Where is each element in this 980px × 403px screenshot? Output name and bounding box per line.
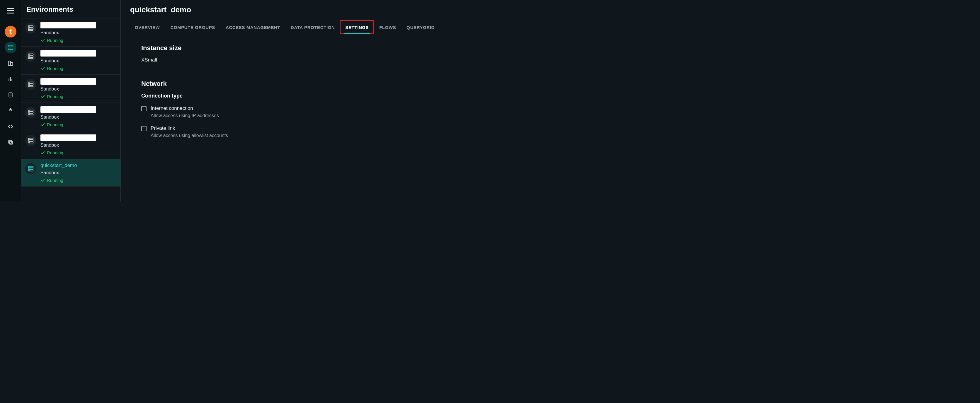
environment-item[interactable]: Sandbox Running: [21, 103, 121, 131]
menu-button[interactable]: [5, 5, 16, 16]
connection-checkbox[interactable]: [141, 106, 146, 111]
svg-rect-7: [10, 77, 11, 81]
environment-icon: [25, 163, 37, 174]
environment-item[interactable]: quickstart_demo Sandbox Running: [21, 159, 121, 187]
nav-copy[interactable]: [5, 136, 16, 148]
environment-item[interactable]: Sandbox Running: [21, 46, 121, 75]
environment-type: Sandbox: [40, 143, 96, 148]
connection-type-heading: Connection type: [141, 93, 490, 99]
brand-logo-letter: t: [10, 27, 12, 36]
svg-rect-44: [29, 140, 33, 141]
environment-meta: Sandbox Running: [40, 106, 96, 127]
svg-rect-18: [8, 140, 11, 143]
environment-name-redacted: [40, 50, 96, 57]
server-stack-icon: [27, 53, 34, 59]
nav-environments[interactable]: [5, 41, 16, 53]
environment-item[interactable]: Sandbox Running: [21, 75, 121, 103]
svg-rect-25: [29, 54, 33, 56]
nav-org[interactable]: [5, 57, 16, 69]
asterisk-icon: *: [9, 106, 12, 116]
environment-status-label: Running: [47, 122, 63, 127]
svg-point-46: [29, 138, 30, 139]
tab-overview[interactable]: OVERVIEW: [129, 20, 165, 34]
environments-list: Sandbox Running Sandbox Running Sandbox …: [21, 18, 121, 187]
svg-rect-8: [11, 79, 12, 81]
environment-status-label: Running: [47, 150, 63, 155]
svg-rect-27: [29, 58, 33, 59]
instance-size-value: XSmall: [141, 57, 490, 63]
environment-type: Sandbox: [40, 30, 96, 35]
environment-item[interactable]: Sandbox Running: [21, 131, 121, 159]
copy-icon: [8, 140, 13, 145]
brand-logo[interactable]: t: [5, 26, 16, 38]
environment-status: Running: [40, 66, 96, 71]
tab-compute-groups[interactable]: COMPUTE GROUPS: [165, 20, 220, 34]
svg-point-3: [9, 49, 10, 49]
hamburger-icon: [7, 8, 14, 13]
svg-rect-31: [29, 82, 33, 84]
environment-icon: [25, 135, 37, 146]
nav-analytics[interactable]: [5, 73, 16, 85]
environment-status: Running: [40, 94, 96, 99]
instance-size-heading: Instance size: [141, 44, 490, 52]
environment-status-label: Running: [47, 66, 63, 71]
icon-rail: t *: [0, 0, 21, 202]
svg-rect-37: [29, 110, 33, 112]
environment-name-redacted: [40, 135, 96, 141]
server-stack-icon: [27, 137, 34, 144]
svg-point-23: [29, 28, 30, 29]
nav-code[interactable]: [5, 121, 16, 132]
connection-texts: Private link Allow access using allowlis…: [151, 125, 228, 138]
environment-icon: [25, 107, 37, 118]
svg-point-52: [29, 167, 30, 167]
environment-status-label: Running: [47, 178, 63, 183]
tab-data-protection[interactable]: DATA PROTECTION: [285, 20, 340, 34]
environment-meta: Sandbox Running: [40, 22, 96, 43]
svg-rect-32: [29, 84, 33, 85]
svg-rect-45: [29, 142, 33, 143]
environments-panel: Environments Sandbox Running Sandbox Run…: [21, 0, 121, 202]
tab-flows[interactable]: FLOWS: [374, 20, 401, 34]
calculator-icon: [8, 92, 13, 98]
svg-rect-26: [29, 56, 33, 57]
bar-chart-icon: [8, 76, 13, 82]
tab-querygrid[interactable]: QUERYGRID: [401, 20, 440, 34]
environment-type: Sandbox: [40, 114, 96, 120]
environment-type: Sandbox: [40, 170, 77, 175]
svg-rect-20: [29, 27, 33, 29]
tab-access-management[interactable]: ACCESS MANAGEMENT: [220, 20, 285, 34]
svg-rect-39: [29, 114, 33, 115]
svg-point-30: [29, 58, 30, 59]
environment-name-redacted: [40, 78, 96, 85]
network-heading: Network: [141, 80, 490, 87]
svg-point-16: [11, 96, 12, 96]
nav-star[interactable]: *: [5, 105, 16, 117]
environment-title: quickstart_demo: [121, 0, 490, 20]
environment-status: Running: [40, 150, 96, 155]
environment-item[interactable]: Sandbox Running: [21, 18, 121, 46]
connection-description: Allow access using allowlist accounts: [151, 133, 228, 138]
svg-point-28: [29, 54, 30, 55]
environment-status: Running: [40, 122, 96, 127]
connection-option: Private link Allow access using allowlis…: [141, 125, 490, 138]
check-icon: [40, 38, 45, 43]
check-icon: [40, 66, 45, 71]
svg-rect-51: [29, 170, 33, 171]
connection-checkbox[interactable]: [141, 126, 146, 131]
tab-settings[interactable]: SETTINGS: [340, 20, 374, 34]
nav-calculator[interactable]: [5, 89, 16, 101]
svg-point-41: [29, 113, 30, 113]
svg-point-47: [29, 141, 30, 141]
server-stack-icon: [7, 44, 14, 51]
environment-icon: [25, 79, 37, 90]
svg-point-53: [29, 169, 30, 169]
server-stack-icon: [27, 109, 34, 116]
svg-point-22: [29, 26, 30, 27]
building-icon: [7, 60, 14, 67]
svg-rect-50: [29, 168, 33, 170]
environment-meta: Sandbox Running: [40, 135, 96, 155]
environment-status: Running: [40, 178, 77, 183]
svg-point-11: [10, 95, 10, 95]
check-icon: [40, 94, 45, 99]
svg-rect-19: [29, 26, 33, 27]
